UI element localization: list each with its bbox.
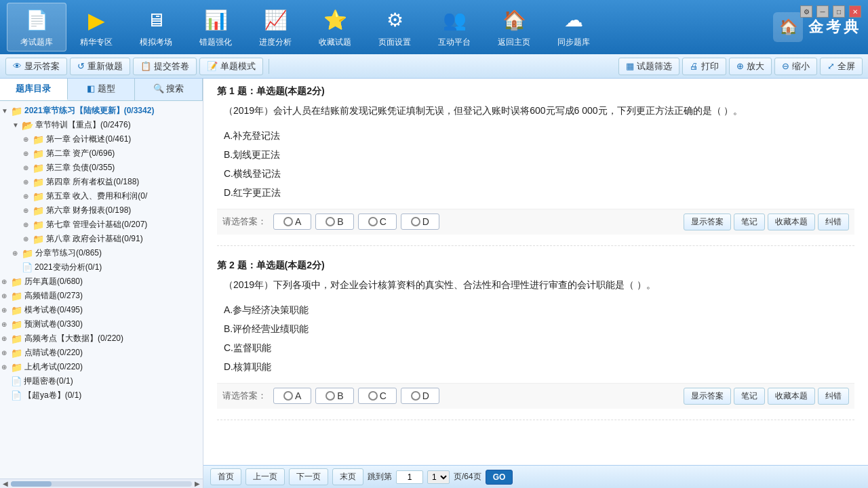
tree-item-high-freq-kp[interactable]: ⊕ 📁 高频考点【大数据】(0/220) [0, 331, 203, 346]
tree-label-ch1: 第一章 会计概述(0/461) [46, 134, 131, 145]
question-block-1: 第 1 题：单选题(本题2分) （2019年）会计人员在结账前发现记账凭证填制无… [217, 85, 854, 246]
tree-item-ch4[interactable]: ⊕ 📁 第四章 所有者权益(0/188) [0, 175, 203, 189]
tree-item-ch3[interactable]: ⊕ 📁 第三章 负债(0/355) [0, 161, 203, 175]
scroll-track[interactable] [11, 481, 192, 487]
prev-page-button[interactable]: 上一页 [245, 468, 285, 485]
q2-radio-d[interactable]: D [401, 388, 439, 404]
page-settings-icon: ⚙ [381, 7, 408, 34]
tree-item-ultra-ya[interactable]: 📄 【超ya卷】(0/1) [0, 388, 203, 403]
tree-label-ch6: 第六章 财务报表(0/198) [46, 205, 131, 216]
tree-item-ch5[interactable]: ⊕ 📁 第五章 收入、费用和利润(0/ [0, 189, 203, 203]
q1-option-c: C.横线登记法 [224, 164, 848, 183]
minimize-button[interactable]: ─ [816, 5, 829, 18]
toolbar-sync[interactable]: ☁ 同步题库 [544, 3, 604, 52]
scroll-right-arrow[interactable]: ▶ [195, 480, 200, 487]
content-scroll[interactable]: 第 1 题：单选题(本题2分) （2019年）会计人员在结账前发现记账凭证填制无… [203, 79, 868, 465]
toolbar-home[interactable]: 🏠 返回主页 [484, 3, 544, 52]
q2-collect-button[interactable]: 收藏本题 [768, 388, 815, 405]
tree-label-ch5: 第五章 收入、费用和利润(0/ [46, 190, 147, 202]
tree-item-key-training[interactable]: ▼ 📂 章节特训【重点】(0/2476) [0, 118, 203, 132]
toolbar-collect[interactable]: ⭐ 收藏试题 [305, 3, 365, 52]
tree-item-ch8[interactable]: ⊕ 📁 第八章 政府会计基础(0/91) [0, 232, 203, 246]
submit-button[interactable]: 📋 提交答卷 [133, 58, 197, 75]
q1-collect-button[interactable]: 收藏本题 [768, 214, 815, 230]
tree-item-mock-papers[interactable]: ⊕ 📁 模考试卷(0/495) [0, 303, 203, 317]
fullscreen-button[interactable]: ⤢ 全屏 [820, 58, 863, 75]
tree-item-predict[interactable]: ⊕ 📁 预测试卷(0/330) [0, 317, 203, 331]
page-total: 页/64页 [454, 471, 481, 483]
toolbar-collect-label: 收藏试题 [319, 37, 351, 48]
sync-icon: ☁ [560, 7, 587, 34]
tab-directory[interactable]: 题库目录 [0, 79, 68, 100]
last-page-button[interactable]: 末页 [332, 468, 363, 485]
toolbar-interact[interactable]: 👥 互动平台 [425, 3, 484, 52]
q2-note-button[interactable]: 笔记 [734, 388, 765, 405]
redo-icon: ↺ [77, 61, 85, 71]
tree-item-ch6[interactable]: ⊕ 📁 第六章 财务报表(0/198) [0, 203, 203, 218]
tree-item-change-analysis[interactable]: 📄 2021变动分析(0/1) [0, 260, 203, 274]
tree-item-ch7[interactable]: ⊕ 📁 第七章 管理会计基础(0/207) [0, 218, 203, 232]
tab-type[interactable]: ◧ 题型 [68, 79, 136, 100]
show-answer-icon: 👁 [13, 61, 22, 71]
q1-radio-a[interactable]: A [273, 214, 311, 230]
toolbar-exam-bank[interactable]: 📄 考试题库 [7, 3, 66, 52]
toolbar-progress[interactable]: 📈 进度分析 [245, 3, 305, 52]
q2-radio-b[interactable]: B [315, 388, 353, 404]
tree-item-section-practice[interactable]: ⊕ 📁 分章节练习(0/865) [0, 246, 203, 260]
q2-show-answer-button[interactable]: 显示答案 [684, 388, 731, 405]
toolbar-page-settings[interactable]: ⚙ 页面设置 [365, 3, 425, 52]
tree-label-ch7: 第七章 管理会计基础(0/207) [46, 219, 147, 230]
folder-ch5-icon: 📁 [33, 191, 44, 202]
tree-label-dot-review: 点睛试卷(0/220) [24, 347, 83, 359]
tree-item-dot-review[interactable]: ⊕ 📁 点睛试卷(0/220) [0, 346, 203, 360]
go-button[interactable]: GO [486, 470, 513, 485]
redo-button[interactable]: ↺ 重新做题 [70, 58, 130, 75]
zoom-out-button[interactable]: ⊖ 缩小 [774, 58, 817, 75]
settings-button[interactable]: ⚙ [800, 5, 812, 18]
toolbar-elite-zone[interactable]: ▶ 精华专区 [66, 3, 126, 52]
toolbar-error-reinforce[interactable]: 📊 错题强化 [186, 3, 245, 52]
tree-item-final-exam[interactable]: ⊕ 📁 上机考试(0/220) [0, 360, 203, 374]
expand-mock-papers: ⊕ [1, 306, 11, 314]
first-page-button[interactable]: 首页 [210, 468, 241, 485]
sidebar-horizontal-scrollbar[interactable]: ◀ ▶ [0, 479, 203, 488]
tree-item-root[interactable]: ▼ 📁 2021章节练习【陆续更新】(0/3342) [0, 104, 203, 118]
q1-radio-b[interactable]: B [315, 214, 353, 230]
folder-ch4-icon: 📁 [33, 177, 44, 188]
page-select[interactable]: 1 [427, 470, 450, 484]
q1-show-answer-button[interactable]: 显示答案 [684, 214, 731, 230]
filter-button[interactable]: ▦ 试题筛选 [618, 58, 679, 75]
close-button[interactable]: ✕ [849, 5, 861, 18]
folder-mock-papers-icon: 📁 [11, 305, 22, 316]
q2-radio-a[interactable]: A [273, 388, 311, 404]
tree-label-predict: 预测试卷(0/330) [24, 319, 83, 330]
q2-report-button[interactable]: 纠错 [818, 388, 849, 405]
q1-radio-d[interactable]: D [401, 214, 439, 230]
question-2-options: A.参与经济决策职能 B.评价经营业绩职能 C.监督职能 D.核算职能 [217, 300, 854, 376]
scroll-thumb[interactable] [11, 481, 52, 487]
q1-note-button[interactable]: 笔记 [734, 214, 765, 230]
single-mode-button[interactable]: 📝 单题模式 [199, 58, 263, 75]
print-button[interactable]: 🖨 打印 [682, 58, 726, 75]
tree-label-key-training: 章节特训【重点】(0/2476) [35, 119, 131, 131]
tree-item-ch1[interactable]: ⊕ 📁 第一章 会计概述(0/461) [0, 132, 203, 146]
question-2-content: （2019年）下列各项中，对企业会计核算资料的真实性、合法性和合理性进行审查的会… [217, 277, 854, 293]
zoom-in-button[interactable]: ⊕ 放大 [729, 58, 772, 75]
tree-item-history[interactable]: ⊕ 📁 历年真题(0/680) [0, 274, 203, 289]
toolbar-mock-exam[interactable]: 🖥 模拟考场 [126, 3, 186, 52]
q2-radio-c[interactable]: C [358, 388, 397, 404]
scroll-left-arrow[interactable]: ◀ [3, 480, 8, 487]
tree-item-secret[interactable]: 📄 押题密卷(0/1) [0, 374, 203, 388]
tab-search[interactable]: 🔍 搜索 [135, 79, 203, 100]
expand-history: ⊕ [1, 278, 11, 285]
next-page-button[interactable]: 下一页 [289, 468, 328, 485]
q1-report-button[interactable]: 纠错 [818, 214, 849, 230]
q1-radio-c[interactable]: C [358, 214, 397, 230]
toolbar-page-settings-label: 页面设置 [378, 37, 411, 48]
tree-item-ch2[interactable]: ⊕ 📁 第二章 资产(0/696) [0, 146, 203, 161]
tree-item-high-freq-err[interactable]: ⊕ 📁 高频错题(0/273) [0, 289, 203, 303]
q1-radio-a-circle [283, 217, 293, 226]
show-answer-button[interactable]: 👁 显示答案 [5, 58, 67, 75]
restore-button[interactable]: □ [833, 5, 845, 18]
page-number-input[interactable] [396, 470, 423, 484]
